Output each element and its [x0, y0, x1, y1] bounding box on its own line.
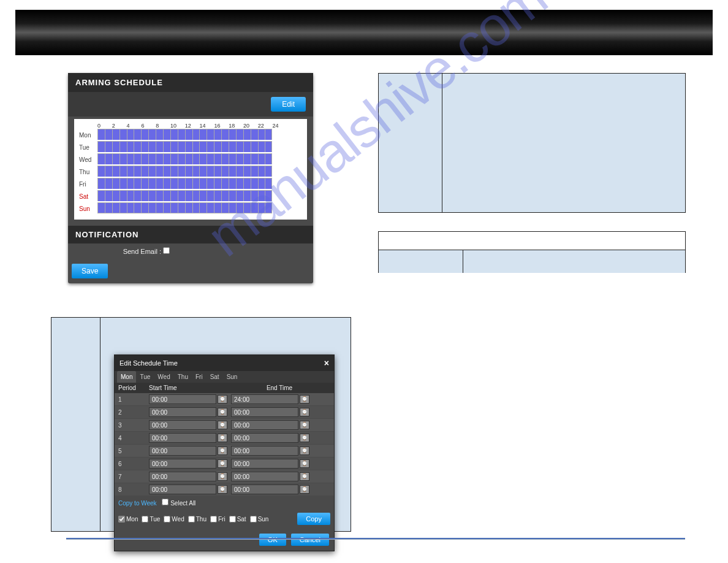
schedule-cell[interactable]	[148, 153, 156, 164]
day-check-box-wed[interactable]	[164, 516, 170, 523]
schedule-cell[interactable]	[207, 178, 214, 189]
dialog-tab-thu[interactable]: Thu	[174, 371, 192, 383]
time-picker-icon[interactable]: ⌚	[300, 395, 309, 404]
day-check-box-tue[interactable]	[142, 516, 148, 523]
schedule-cell[interactable]	[251, 166, 258, 177]
schedule-cell[interactable]	[265, 190, 272, 201]
schedule-cell[interactable]	[236, 202, 243, 213]
schedule-cell[interactable]	[97, 141, 105, 152]
time-picker-icon[interactable]: ⌚	[300, 459, 309, 468]
schedule-cell[interactable]	[236, 129, 243, 140]
dialog-tab-sat[interactable]: Sat	[207, 371, 223, 383]
schedule-cell[interactable]	[236, 190, 243, 201]
schedule-cell[interactable]	[170, 153, 178, 164]
schedule-cell[interactable]	[243, 190, 251, 201]
day-check-mon[interactable]: Mon	[118, 516, 138, 523]
schedule-cell[interactable]	[265, 166, 272, 177]
schedule-cell[interactable]	[251, 129, 258, 140]
schedule-cell[interactable]	[214, 153, 221, 164]
schedule-cell[interactable]	[141, 129, 148, 140]
schedule-cell[interactable]	[251, 153, 258, 164]
schedule-cell[interactable]	[185, 166, 192, 177]
schedule-cell[interactable]	[192, 141, 200, 152]
schedule-cell[interactable]	[265, 202, 272, 213]
schedule-cell[interactable]	[236, 141, 243, 152]
schedule-cell[interactable]	[127, 129, 134, 140]
day-check-box-sat[interactable]	[229, 516, 236, 523]
close-icon[interactable]: ×	[324, 358, 329, 368]
schedule-cell[interactable]	[112, 153, 119, 164]
schedule-cell[interactable]	[141, 141, 148, 152]
time-picker-icon[interactable]: ⌚	[218, 434, 227, 442]
time-picker-icon[interactable]: ⌚	[300, 472, 309, 481]
day-check-box-fri[interactable]	[210, 516, 217, 523]
schedule-cell[interactable]	[105, 190, 112, 201]
schedule-cell[interactable]	[127, 190, 134, 201]
send-email-checkbox[interactable]	[163, 247, 170, 254]
schedule-cell[interactable]	[141, 190, 148, 201]
day-check-box-thu[interactable]	[188, 516, 195, 523]
schedule-cell[interactable]	[170, 202, 178, 213]
end-time-input[interactable]	[231, 459, 298, 469]
schedule-cell[interactable]	[178, 141, 185, 152]
schedule-cell[interactable]	[127, 178, 134, 189]
schedule-cell[interactable]	[207, 190, 214, 201]
start-time-input[interactable]	[149, 420, 216, 430]
time-picker-icon[interactable]: ⌚	[300, 485, 309, 494]
day-check-box-sun[interactable]	[250, 516, 257, 523]
schedule-cell[interactable]	[214, 202, 221, 213]
schedule-cell[interactable]	[185, 141, 192, 152]
schedule-cell[interactable]	[229, 178, 236, 189]
schedule-cell[interactable]	[156, 166, 163, 177]
save-button[interactable]: Save	[72, 264, 108, 278]
schedule-cell[interactable]	[199, 202, 207, 213]
schedule-cell[interactable]	[258, 178, 265, 189]
schedule-cell[interactable]	[221, 153, 229, 164]
schedule-cell[interactable]	[229, 190, 236, 201]
schedule-cell[interactable]	[258, 153, 265, 164]
schedule-cell[interactable]	[141, 166, 148, 177]
schedule-cell[interactable]	[214, 178, 221, 189]
start-time-input[interactable]	[149, 433, 216, 443]
schedule-cell[interactable]	[243, 178, 251, 189]
schedule-cell[interactable]	[258, 141, 265, 152]
schedule-cell[interactable]	[236, 153, 243, 164]
start-time-input[interactable]	[149, 407, 216, 417]
schedule-cell[interactable]	[141, 178, 148, 189]
schedule-cell[interactable]	[185, 190, 192, 201]
schedule-cell[interactable]	[265, 141, 272, 152]
schedule-cell[interactable]	[229, 166, 236, 177]
start-time-input[interactable]	[149, 459, 216, 469]
schedule-cell[interactable]	[185, 178, 192, 189]
schedule-cell[interactable]	[199, 153, 207, 164]
schedule-cell[interactable]	[134, 153, 141, 164]
schedule-cell[interactable]	[112, 178, 119, 189]
schedule-cell[interactable]	[207, 141, 214, 152]
schedule-cell[interactable]	[199, 129, 207, 140]
schedule-cell[interactable]	[185, 202, 192, 213]
schedule-cell[interactable]	[105, 153, 112, 164]
time-picker-icon[interactable]: ⌚	[218, 395, 227, 404]
schedule-cell[interactable]	[156, 202, 163, 213]
dialog-tab-tue[interactable]: Tue	[136, 371, 154, 383]
end-time-input[interactable]	[231, 446, 298, 456]
schedule-cell[interactable]	[192, 178, 200, 189]
edit-button[interactable]: Edit	[271, 97, 306, 112]
day-check-tue[interactable]: Tue	[142, 516, 160, 523]
schedule-cell[interactable]	[105, 129, 112, 140]
schedule-cell[interactable]	[236, 166, 243, 177]
schedule-cell[interactable]	[214, 190, 221, 201]
schedule-cell[interactable]	[221, 190, 229, 201]
schedule-cell[interactable]	[251, 178, 258, 189]
schedule-cell[interactable]	[170, 178, 178, 189]
schedule-cell[interactable]	[97, 166, 105, 177]
schedule-cell[interactable]	[221, 178, 229, 189]
schedule-cell[interactable]	[185, 153, 192, 164]
cancel-button[interactable]: Cancel	[291, 534, 329, 546]
schedule-cell[interactable]	[163, 153, 170, 164]
schedule-cell[interactable]	[112, 166, 119, 177]
schedule-cell[interactable]	[134, 141, 141, 152]
schedule-cell[interactable]	[156, 153, 163, 164]
schedule-cell[interactable]	[163, 141, 170, 152]
schedule-cell[interactable]	[119, 190, 127, 201]
